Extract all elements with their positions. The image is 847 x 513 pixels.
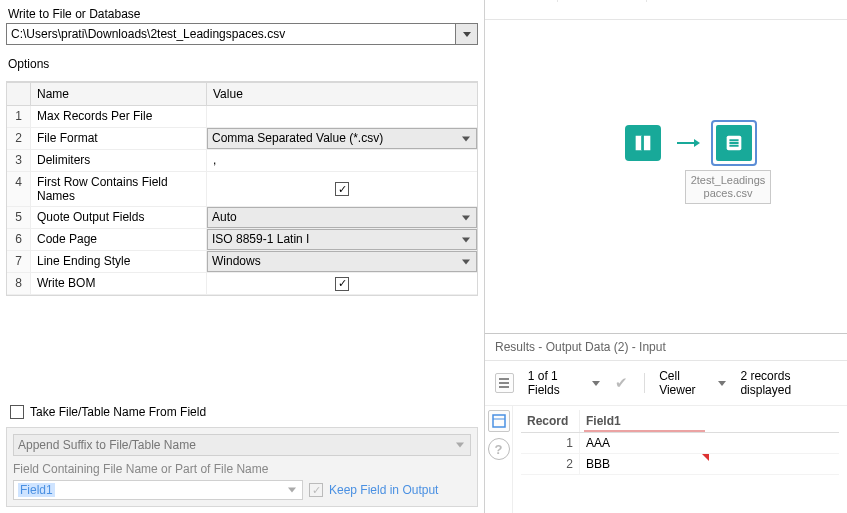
file-path-dropdown-btn[interactable] <box>456 23 478 45</box>
config-panel: Write to File or Database Options Name V… <box>0 0 485 513</box>
row-index: 1 <box>7 106 31 127</box>
cell-field1: AAA <box>579 433 709 453</box>
take-name-label: Take File/Table Name From Field <box>30 405 206 419</box>
results-view-icon[interactable] <box>495 373 514 393</box>
results-header-row: Record Field1 <box>521 410 839 433</box>
fields-dropdown[interactable]: 1 of 1 Fields <box>528 369 600 397</box>
cell-record: 1 <box>521 433 579 453</box>
row-index: 7 <box>7 251 31 272</box>
results-title: Results - Output Data (2) - Input <box>485 334 847 361</box>
option-row: 4First Row Contains Field Names✓ <box>7 172 477 207</box>
take-name-from-field-row[interactable]: Take File/Table Name From Field <box>10 405 478 419</box>
svg-marker-0 <box>463 32 471 37</box>
records-count-label: 2 records displayed <box>740 369 837 397</box>
option-value-text[interactable]: , <box>207 150 477 170</box>
cell-field1: BBB <box>579 454 709 474</box>
option-name: Line Ending Style <box>31 251 207 272</box>
row-index: 8 <box>7 273 31 294</box>
results-pane: Results - Output Data (2) - Input 1 of 1… <box>485 333 847 513</box>
keep-field-label: Keep Field in Output <box>329 483 438 497</box>
options-label: Options <box>8 57 478 71</box>
chevron-down-icon <box>592 381 600 386</box>
col-value: Value <box>207 83 477 105</box>
output-tool-node[interactable] <box>711 120 757 166</box>
help-icon[interactable]: ? <box>488 438 510 460</box>
append-mode-select: Append Suffix to File/Table Name <box>13 434 471 456</box>
option-value-select[interactable]: Comma Separated Value (*.csv) <box>207 128 477 149</box>
option-value-select[interactable]: ISO 8859-1 Latin I <box>207 229 477 250</box>
table-row[interactable]: 1AAA <box>521 433 839 454</box>
row-index: 6 <box>7 229 31 250</box>
option-row: 3Delimiters, <box>7 150 477 172</box>
chevron-down-icon <box>463 32 471 37</box>
results-toolbar: 1 of 1 Fields ✔ Cell Viewer 2 records di… <box>485 361 847 406</box>
results-table: Record Field1 1AAA2BBB <box>513 406 847 513</box>
option-name: Delimiters <box>31 150 207 171</box>
table-row[interactable]: 2BBB <box>521 454 839 475</box>
input-tool-node[interactable] <box>625 125 661 161</box>
option-value-select[interactable]: Auto <box>207 207 477 228</box>
option-name: Code Page <box>31 229 207 250</box>
option-name: Max Records Per File <box>31 106 207 127</box>
option-row: 5Quote Output FieldsAuto <box>7 207 477 229</box>
option-value-select[interactable]: Windows <box>207 251 477 272</box>
keep-field-checkbox: ✓ <box>309 483 323 497</box>
col-name: Name <box>31 83 207 105</box>
option-row: 2File FormatComma Separated Value (*.csv… <box>7 128 477 150</box>
col-record[interactable]: Record <box>521 410 579 432</box>
workflow-canvas[interactable]: 2test_Leadingspaces.csv <box>485 0 847 333</box>
cell-viewer-dropdown[interactable]: Cell Viewer <box>659 369 726 397</box>
option-row: 7Line Ending StyleWindows <box>7 251 477 273</box>
option-row: 6Code PageISO 8859-1 Latin I <box>7 229 477 251</box>
row-index: 4 <box>7 172 31 206</box>
col-field1[interactable]: Field1 <box>579 410 709 432</box>
options-header-row: Name Value <box>7 82 477 106</box>
apply-check-icon[interactable]: ✔ <box>614 374 631 392</box>
option-row: 1Max Records Per File <box>7 106 477 128</box>
take-name-detail-pane: Append Suffix to File/Table Name Field C… <box>6 427 478 507</box>
cell-record: 2 <box>521 454 579 474</box>
row-index: 2 <box>7 128 31 149</box>
option-value-checkbox[interactable]: ✓ <box>207 172 477 206</box>
option-value-text[interactable] <box>207 106 477 112</box>
row-index: 3 <box>7 150 31 171</box>
field-name-select: Field1 <box>13 480 303 500</box>
take-name-checkbox[interactable] <box>10 405 24 419</box>
option-name: Write BOM <box>31 273 207 294</box>
output-node-filename: 2test_Leadingspaces.csv <box>685 170 771 204</box>
row-index: 5 <box>7 207 31 228</box>
option-name: File Format <box>31 128 207 149</box>
chevron-down-icon <box>718 381 726 386</box>
option-row: 8Write BOM✓ <box>7 273 477 295</box>
file-path-input[interactable] <box>6 23 456 45</box>
svg-rect-2 <box>493 415 505 427</box>
results-metadata-icon[interactable] <box>488 410 510 432</box>
options-grid: Name Value 1Max Records Per File2File Fo… <box>6 81 478 296</box>
option-name: First Row Contains Field Names <box>31 172 207 206</box>
connector-arrow-icon <box>677 142 695 144</box>
write-target-label: Write to File or Database <box>8 7 478 21</box>
field-containing-name-label: Field Containing File Name or Part of Fi… <box>13 462 471 476</box>
option-value-checkbox[interactable]: ✓ <box>207 273 477 294</box>
option-name: Quote Output Fields <box>31 207 207 228</box>
